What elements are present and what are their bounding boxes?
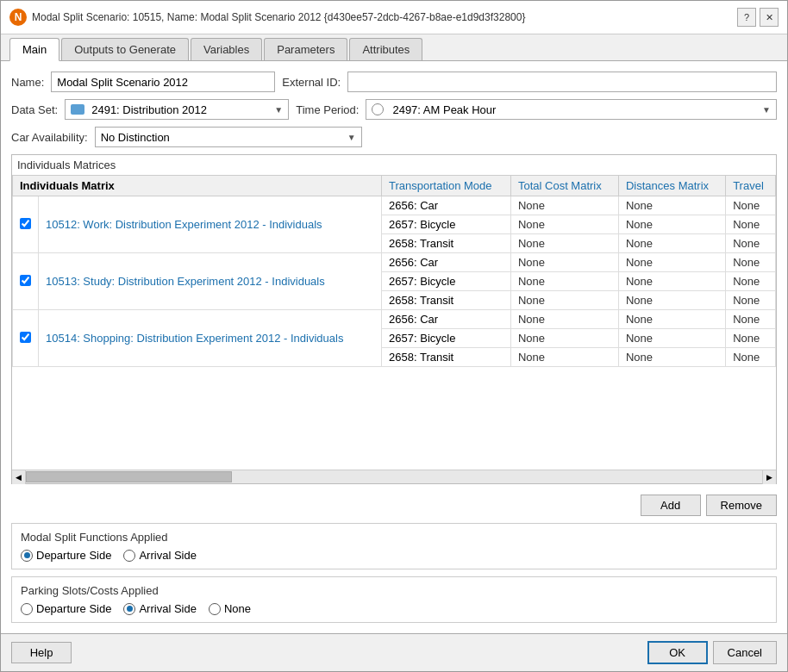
row2-travel2: None xyxy=(726,272,776,291)
extid-label: External ID: xyxy=(282,76,341,89)
row1-mode3: 2658: Transit xyxy=(382,234,511,253)
name-row: Name: External ID: xyxy=(11,72,777,92)
scroll-left-arrow[interactable]: ◀ xyxy=(12,470,26,484)
add-button[interactable]: Add xyxy=(641,495,701,516)
horizontal-scrollbar[interactable]: ◀ ▶ xyxy=(12,470,776,483)
cancel-button[interactable]: Cancel xyxy=(713,641,777,664)
dataset-dropdown[interactable]: 2491: Distribution 2012 ▼ xyxy=(65,99,289,120)
table-row: 10513: Study: Distribution Experiment 20… xyxy=(13,253,776,272)
title-bar: N Modal Split Scenario: 10515, Name: Mod… xyxy=(1,1,787,34)
caravail-label: Car Availability: xyxy=(11,131,88,144)
row2-name: 10513: Study: Distribution Experiment 20… xyxy=(39,253,382,310)
footer-right-buttons: OK Cancel xyxy=(647,641,777,664)
row3-dist1: None xyxy=(618,310,725,329)
modal-split-functions-panel: Modal Split Functions Applied Departure … xyxy=(11,523,777,569)
tab-parameters[interactable]: Parameters xyxy=(264,38,347,60)
row2-travel1: None xyxy=(726,253,776,272)
row3-dist2: None xyxy=(618,329,725,348)
row3-checkbox[interactable] xyxy=(20,332,31,343)
remove-button[interactable]: Remove xyxy=(706,495,777,516)
col-travel: Travel xyxy=(726,176,776,196)
scroll-thumb xyxy=(26,471,232,482)
row2-cost2: None xyxy=(510,272,618,291)
parking-slots-panel: Parking Slots/Costs Applied Departure Si… xyxy=(11,576,777,623)
ok-button[interactable]: OK xyxy=(647,641,708,664)
row3-checkbox-cell xyxy=(13,310,39,367)
timeperiod-chevron: ▼ xyxy=(762,105,771,115)
row1-cost2: None xyxy=(510,215,618,234)
individuals-matrices-title: Individuals Matrices xyxy=(12,155,776,175)
row2-mode3: 2658: Transit xyxy=(382,291,511,310)
close-button[interactable]: ✕ xyxy=(760,8,779,27)
modal-split-departure-option[interactable]: Departure Side xyxy=(21,549,111,562)
parking-arrival-radio[interactable] xyxy=(123,603,135,615)
row1-mode1: 2656: Car xyxy=(382,196,511,215)
scroll-right-arrow[interactable]: ▶ xyxy=(762,470,776,484)
row1-dist3: None xyxy=(618,234,725,253)
row3-cost3: None xyxy=(510,348,618,367)
row2-travel3: None xyxy=(726,291,776,310)
add-remove-row: Add Remove xyxy=(11,491,777,516)
row1-dist1: None xyxy=(618,196,725,215)
col-transportation-mode: Transportation Mode xyxy=(382,176,511,196)
parking-none-option[interactable]: None xyxy=(209,602,251,615)
caravail-chevron: ▼ xyxy=(347,133,356,142)
row3-dist3: None xyxy=(618,348,725,367)
parking-arrival-label: Arrival Side xyxy=(139,602,196,615)
help-footer-button[interactable]: Help xyxy=(11,642,72,663)
parking-arrival-option[interactable]: Arrival Side xyxy=(123,602,196,615)
timeperiod-dropdown[interactable]: 2497: AM Peak Hour ▼ xyxy=(366,99,777,120)
tab-attributes[interactable]: Attributes xyxy=(349,38,422,60)
row3-mode1: 2656: Car xyxy=(382,310,511,329)
individuals-matrix-table: Individuals Matrix Transportation Mode T… xyxy=(12,175,776,367)
modal-split-departure-radio[interactable] xyxy=(21,550,33,562)
modal-split-radio-group: Departure Side Arrival Side xyxy=(21,549,767,562)
footer-bar: Help OK Cancel xyxy=(1,633,787,671)
app-icon: N xyxy=(9,9,27,26)
row3-travel3: None xyxy=(726,348,776,367)
parking-none-radio[interactable] xyxy=(209,603,221,615)
row1-checkbox[interactable] xyxy=(20,218,31,229)
tab-bar: Main Outputs to Generate Variables Param… xyxy=(1,34,787,61)
main-content: Name: External ID: Data Set: 2491: Distr… xyxy=(1,61,787,633)
individuals-matrices-box: Individuals Matrices Individuals Matrix … xyxy=(11,154,777,484)
parking-departure-option[interactable]: Departure Side xyxy=(21,602,111,615)
modal-split-arrival-label: Arrival Side xyxy=(139,549,196,562)
row2-cost3: None xyxy=(510,291,618,310)
modal-split-arrival-option[interactable]: Arrival Side xyxy=(123,549,196,562)
col-distances: Distances Matrix xyxy=(618,176,725,196)
window-title: Modal Split Scenario: 10515, Name: Modal… xyxy=(32,11,732,23)
row3-mode3: 2658: Transit xyxy=(382,348,511,367)
tab-main[interactable]: Main xyxy=(9,38,59,61)
caravail-dropdown[interactable]: No Distinction ▼ xyxy=(95,127,362,147)
help-button[interactable]: ? xyxy=(737,8,756,27)
row2-dist3: None xyxy=(618,291,725,310)
timeperiod-label: Time Period: xyxy=(296,103,359,116)
modal-split-arrival-radio[interactable] xyxy=(123,550,135,562)
row1-name: 10512: Work: Distribution Experiment 201… xyxy=(39,196,382,253)
title-buttons: ? ✕ xyxy=(737,8,779,27)
row1-travel2: None xyxy=(726,215,776,234)
row2-mode1: 2656: Car xyxy=(382,253,511,272)
row2-dist1: None xyxy=(618,253,725,272)
row3-mode2: 2657: Bicycle xyxy=(382,329,511,348)
scroll-track[interactable] xyxy=(26,470,762,483)
tab-variables[interactable]: Variables xyxy=(191,38,262,60)
row2-checkbox-cell xyxy=(13,253,39,310)
table-scroll-wrap[interactable]: Individuals Matrix Transportation Mode T… xyxy=(12,175,776,470)
parking-departure-label: Departure Side xyxy=(36,602,111,615)
dataset-chevron: ▼ xyxy=(274,105,283,115)
col-total-cost: Total Cost Matrix xyxy=(510,176,618,196)
main-window: N Modal Split Scenario: 10515, Name: Mod… xyxy=(0,0,788,672)
row2-cost1: None xyxy=(510,253,618,272)
name-input[interactable] xyxy=(51,72,275,92)
caravail-value: No Distinction xyxy=(101,131,342,144)
parking-departure-radio[interactable] xyxy=(21,603,33,615)
row2-checkbox[interactable] xyxy=(20,275,31,286)
extid-input[interactable] xyxy=(347,72,777,92)
modal-split-departure-label: Departure Side xyxy=(36,549,111,562)
row2-mode2: 2657: Bicycle xyxy=(382,272,511,291)
row1-cost1: None xyxy=(510,196,618,215)
table-row: 10514: Shopping: Distribution Experiment… xyxy=(13,310,776,329)
tab-outputs[interactable]: Outputs to Generate xyxy=(61,38,189,60)
